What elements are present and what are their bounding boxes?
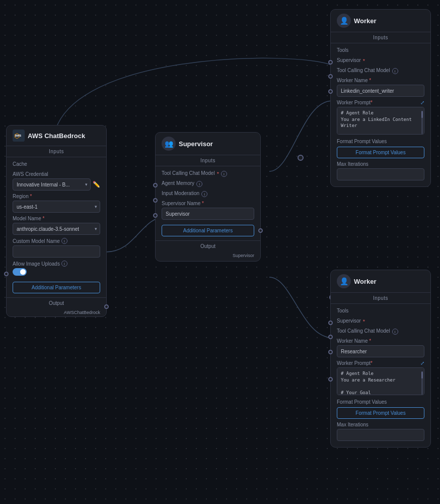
region-select[interactable]: us-east-1 [13, 201, 100, 213]
worker2-supervisor-label: Supervisor [337, 318, 361, 324]
supervisor-output-section: Output [156, 240, 260, 251]
worker1-prompt-expand-icon[interactable]: ⤢ [420, 100, 424, 105]
supervisor-avatar-icon: 👥 [165, 140, 173, 148]
worker2-avatar-icon: 👤 [340, 277, 348, 285]
supervisor-name-label: Supervisor Name * [162, 201, 254, 206]
worker2-supervisor-row: Supervisor * [337, 318, 424, 325]
worker1-name-label: Worker Name * [337, 78, 424, 83]
supervisor-input-moderation-row: Input Moderation i [162, 191, 254, 198]
aws-node-header: ⬡ aws AWS ChatBedrock [7, 125, 106, 146]
worker2-tools-port[interactable] [328, 321, 333, 325]
worker2-max-iter-input[interactable] [337, 429, 424, 441]
supervisor-inputs-section: Inputs [156, 155, 260, 166]
worker1-name-field: Worker Name * [337, 78, 424, 97]
worker1-max-iter-label: Max Iterations [337, 161, 424, 167]
aws-additional-params-btn[interactable]: Additional Parameters [13, 282, 100, 293]
aws-credential-select[interactable]: Innovative Internal - B... [13, 178, 91, 191]
supervisor-name-field: Supervisor Name * [162, 201, 254, 220]
aws-cache-port[interactable] [4, 272, 9, 276]
supervisor-tool-calling-port[interactable] [153, 183, 158, 187]
region-label: Region * [13, 194, 100, 199]
supervisor-agent-memory-row: Agent Memory i [162, 180, 254, 187]
supervisor-agent-memory-port[interactable] [153, 198, 158, 203]
worker2-prompt-expand-icon[interactable]: ⤢ [420, 360, 424, 366]
worker1-format-prompt-field: Format Prompt Values Format Prompt Value… [337, 139, 424, 158]
allow-image-info-icon[interactable]: i [61, 261, 67, 267]
worker2-format-prompt-btn[interactable]: Format Prompt Values [337, 407, 424, 419]
supervisor-input-moderation-info-icon[interactable]: i [201, 191, 207, 197]
supervisor-additional-params-btn[interactable]: Additional Parameters [162, 225, 254, 236]
aws-chatbedrock-node: ⬡ aws AWS ChatBedrock Inputs Cache AWS C… [6, 125, 107, 317]
worker2-format-prompt-label: Format Prompt Values [337, 399, 424, 405]
aws-output-section: Output [7, 297, 106, 308]
worker2-max-iter-field: Max Iterations [337, 422, 424, 441]
allow-image-label: Allow Image Uploads i [13, 261, 100, 267]
supervisor-agent-memory-label: Agent Memory [162, 180, 194, 186]
worker1-name-input[interactable] [337, 85, 424, 97]
worker2-prompt-textarea[interactable]: # Agent Role You are a Researcher # Your… [337, 367, 424, 395]
allow-image-field: Allow Image Uploads i [13, 261, 100, 276]
worker2-max-iter-label: Max Iterations [337, 422, 424, 427]
worker2-tool-calling-label: Tool Calling Chat Model [337, 328, 390, 334]
worker2-tool-calling-row: Tool Calling Chat Model i [337, 328, 424, 335]
supervisor-tool-calling-label: Tool Calling Chat Model [162, 170, 215, 176]
supervisor-node-header: 👥 Supervisor [156, 133, 260, 155]
worker1-node: 👤 Worker Inputs Tools Supervisor * Tool … [330, 9, 431, 187]
aws-node-title: AWS ChatBedrock [28, 132, 85, 140]
allow-image-toggle[interactable] [13, 268, 27, 276]
worker1-tools-port[interactable] [328, 60, 333, 65]
worker1-avatar: 👤 [337, 14, 351, 28]
custom-model-field: Custom Model Name i [13, 238, 100, 258]
supervisor-output-port[interactable] [258, 228, 263, 233]
svg-point-0 [298, 155, 303, 160]
worker2-tool-calling-port[interactable] [328, 350, 333, 354]
cache-label: Cache [13, 161, 27, 167]
worker1-prompt-field: Worker Prompt * ⤢ # Agent Role You are a… [337, 100, 424, 136]
worker1-tool-calling-info-icon[interactable]: i [392, 68, 398, 74]
worker2-node-title: Worker [354, 278, 377, 285]
worker2-tools-label: Tools [337, 308, 348, 313]
aws-output-port[interactable] [104, 304, 109, 309]
worker1-format-prompt-btn[interactable]: Format Prompt Values [337, 147, 424, 158]
worker1-max-iter-field: Max Iterations [337, 161, 424, 180]
aws-credential-field: AWS Credential Innovative Internal - B..… [13, 171, 100, 191]
worker2-format-prompt-field: Format Prompt Values Format Prompt Value… [337, 399, 424, 419]
worker2-tools-row: Tools [337, 308, 424, 315]
worker2-node-header: 👤 Worker [331, 270, 430, 293]
custom-model-input[interactable] [13, 245, 100, 258]
worker2-supervisor-port[interactable] [328, 335, 333, 339]
worker1-max-iter-input[interactable] [337, 168, 424, 180]
worker1-supervisor-row: Supervisor * [337, 57, 424, 65]
worker1-prompt-textarea[interactable]: # Agent Role You are a LinkedIn Content … [337, 107, 424, 135]
worker1-node-title: Worker [354, 17, 377, 25]
aws-credential-edit-icon[interactable]: ✏️ [93, 181, 100, 188]
model-name-select[interactable]: anthropic.claude-3.5-sonnet [13, 223, 100, 235]
worker2-node: 👤 Worker Inputs Tools Supervisor * Tool … [330, 270, 431, 448]
aws-node-body: Cache AWS Credential Innovative Internal… [7, 157, 106, 297]
worker2-tool-calling-info-icon[interactable]: i [392, 329, 398, 335]
worker1-tool-calling-row: Tool Calling Chat Model i [337, 68, 424, 75]
custom-model-info-icon[interactable]: i [61, 238, 67, 244]
aws-inputs-section: Inputs [7, 146, 106, 157]
worker2-name-input[interactable] [337, 345, 424, 357]
supervisor-tool-calling-info-icon[interactable]: i [221, 171, 227, 177]
supervisor-input-moderation-port[interactable] [153, 213, 158, 218]
supervisor-agent-memory-info-icon[interactable]: i [196, 181, 202, 187]
worker1-tool-calling-label: Tool Calling Chat Model [337, 68, 390, 73]
worker2-format-port[interactable] [328, 377, 333, 382]
aws-credential-label: AWS Credential [13, 171, 100, 177]
worker2-name-label: Worker Name * [337, 338, 424, 344]
worker2-name-field: Worker Name * [337, 338, 424, 357]
worker2-prompt-field: Worker Prompt * ⤢ # Agent Role You are a… [337, 360, 424, 396]
supervisor-input-moderation-label: Input Moderation [162, 191, 199, 196]
supervisor-node-title: Supervisor [179, 140, 213, 148]
worker1-node-body: Tools Supervisor * Tool Calling Chat Mod… [331, 43, 430, 186]
supervisor-name-input[interactable] [162, 208, 254, 220]
worker1-supervisor-port[interactable] [328, 74, 333, 79]
worker2-prompt-label: Worker Prompt * ⤢ [337, 360, 424, 366]
model-name-label: Model Name * [13, 216, 100, 221]
worker1-tools-row: Tools [337, 47, 424, 54]
supervisor-tool-calling-row: Tool Calling Chat Model * i [162, 170, 254, 177]
worker1-tool-calling-port[interactable] [328, 89, 333, 94]
worker2-inputs-section: Inputs [331, 293, 430, 304]
